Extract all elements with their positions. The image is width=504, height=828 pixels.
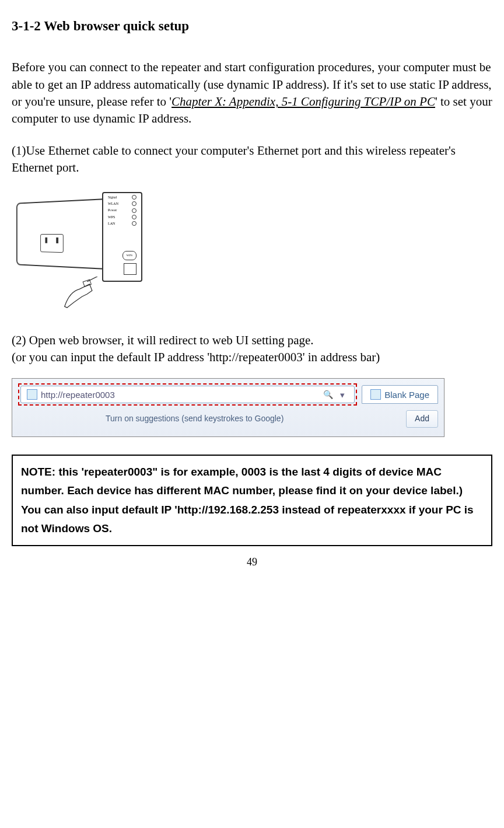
step-2-line2: (or you can input the default IP address… [12,349,492,366]
wps-button-icon: WPS [123,251,136,260]
led-wps: WPS [108,215,136,219]
address-bar[interactable]: http://repeater0003 🔍 ▾ [20,386,355,403]
search-icon[interactable]: 🔍 [320,389,337,401]
address-bar-url: http://repeater0003 [41,389,115,401]
led-signal: Signal [108,195,136,200]
page-number: 49 [12,555,492,570]
section-heading: 3-1-2 Web browser quick setup [12,17,492,36]
tab-label: Blank Page [384,389,429,401]
led-wlan: WLAN [108,201,136,206]
led-lan: LAN [108,221,136,226]
browser-screenshot: http://repeater0003 🔍 ▾ Blank Page Turn … [12,378,444,437]
dropdown-arrow-icon[interactable]: ▾ [337,389,348,401]
ethernet-port-icon [124,263,136,275]
power-plug-icon [40,234,64,253]
tab-favicon-icon [370,389,381,400]
device-body-outline [16,198,109,270]
device-side-panel: Signal WLAN Power WPS LAN WPS [102,192,142,282]
suggestion-prompt: Turn on suggestions (send keystrokes to … [18,413,399,425]
chapter-reference-link: Chapter X: Appendix, 5-1 Configuring TCP… [172,95,435,109]
hand-with-cable-icon [58,277,111,312]
device-illustration: Signal WLAN Power WPS LAN WPS [12,189,158,317]
step-1-text: (1)Use Ethernet cable to connect your co… [12,142,492,177]
page-favicon-icon [27,389,37,400]
add-button[interactable]: Add [406,410,438,428]
address-bar-highlight: http://repeater0003 🔍 ▾ [18,383,357,406]
browser-tab[interactable]: Blank Page [362,385,438,404]
led-power: Power [108,208,136,212]
step-2-line1: (2) Open web browser, it will redirect t… [12,332,492,349]
intro-paragraph: Before you can connect to the repeater a… [12,59,492,128]
note-box: NOTE: this 'repeater0003" is for example… [12,455,492,546]
